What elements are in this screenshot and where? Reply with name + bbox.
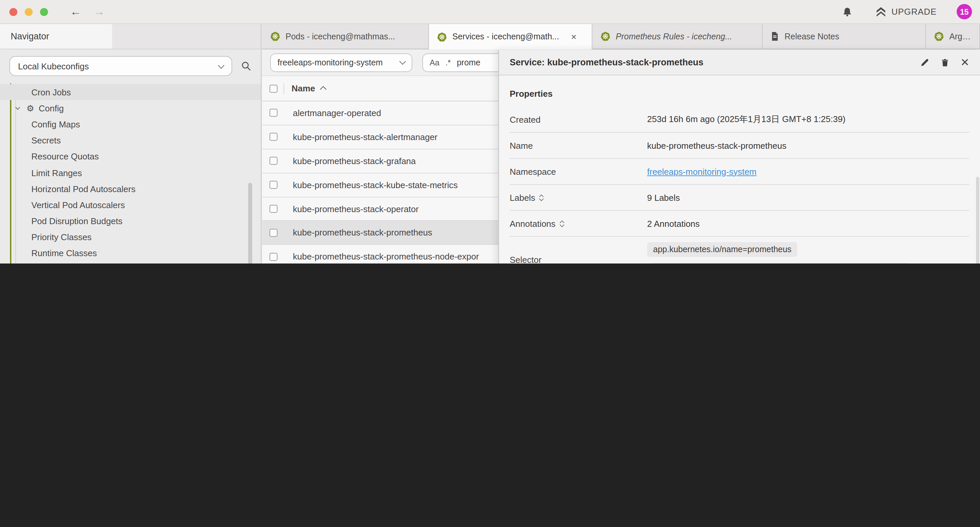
cluster-search-icon[interactable] [241, 61, 251, 72]
tab-release[interactable]: Release Notes [762, 24, 926, 49]
sidebar-item-runtime-classes[interactable]: Runtime Classes [0, 245, 261, 261]
property-values: app.kubernetes.io/name=prometheusoperato… [647, 237, 969, 263]
sidebar: Navigator Local Kubeconfigs Cron Jobs⚙Co… [0, 24, 261, 263]
row-checkbox[interactable] [269, 133, 277, 141]
tab-label: Pods - icecheng@mathmas... [286, 32, 395, 41]
kubeconfig-select[interactable]: Local Kubeconfigs [10, 56, 232, 76]
row-checkbox[interactable] [269, 229, 277, 237]
sort-toggle-icon[interactable] [560, 220, 563, 227]
row-checkbox[interactable] [269, 253, 277, 261]
sidebar-item-cron-jobs[interactable]: Cron Jobs [0, 84, 261, 100]
sidebar-item-config[interactable]: ⚙Config [0, 100, 261, 116]
forward-arrow-icon[interactable]: → [94, 6, 105, 18]
sidebar-tab-row: Navigator [0, 24, 261, 49]
drawer-scrollbar[interactable] [976, 177, 979, 263]
namespace-filter-value: freeleaps-monitoring-system [277, 58, 383, 67]
zoom-window-button[interactable] [40, 8, 48, 16]
row-checkbox[interactable] [269, 181, 277, 189]
kubeconfig-row: Local Kubeconfigs [0, 49, 261, 83]
namespace-filter-select[interactable]: freeleaps-monitoring-system [270, 53, 412, 72]
match-case-toggle[interactable]: Aa [430, 58, 439, 67]
service-name: kube-prometheus-stack-kube-state-metrics [293, 180, 458, 190]
service-name: kube-prometheus-stack-operator [293, 204, 418, 214]
sort-toggle-icon[interactable] [540, 194, 543, 201]
property-label: Selector [510, 255, 647, 263]
property-label: Labels [510, 193, 647, 202]
section-title: Properties [510, 89, 969, 99]
property-row: Created253d 16h 6m ago (2025年1月13日 GMT+8… [510, 107, 969, 133]
window-tabbar: Pods - icecheng@mathmas...Services - ice… [262, 24, 980, 49]
sidebar-item-resource-quotas[interactable]: Resource Quotas [0, 149, 261, 165]
tab-label: Release Notes [784, 32, 839, 41]
row-checkbox[interactable] [269, 157, 277, 165]
property-value-line: 2 Annotations [647, 215, 969, 231]
sidebar-item-horizontal-pod-autoscalers[interactable]: Horizontal Pod Autoscalers [0, 181, 261, 197]
tab-prometheus[interactable]: Prometheus Rules - icecheng... [592, 24, 762, 49]
notification-count-badge[interactable]: 15 [957, 4, 972, 19]
sidebar-item-label: Config [39, 103, 64, 113]
row-checkbox[interactable] [269, 109, 277, 117]
property-value-line: kube-prometheus-stack-prometheus [647, 137, 969, 153]
tab-pods[interactable]: Pods - icecheng@mathmas... [262, 24, 429, 49]
chevron-down-icon [218, 62, 224, 68]
service-name: kube-prometheus-stack-alertmanager [293, 132, 438, 142]
value-text: 9 Labels [647, 193, 680, 202]
name-column-header[interactable]: Name [291, 83, 315, 93]
minimize-window-button[interactable] [25, 8, 33, 16]
navigator-tree: Cron Jobs⚙ConfigConfig MapsSecretsResour… [0, 83, 261, 263]
sidebar-item-leases[interactable]: Leases [0, 261, 261, 263]
property-value-line: 253d 16h 6m ago (2025年1月13日 GMT+8 1:25:3… [647, 111, 969, 127]
edit-pencil-icon[interactable] [920, 58, 929, 67]
value-link[interactable]: freeleaps-monitoring-system [647, 166, 757, 177]
close-window-button[interactable] [10, 8, 18, 16]
sidebar-item-limit-ranges[interactable]: Limit Ranges [0, 165, 261, 181]
sidebar-item-priority-classes[interactable]: Priority Classes [0, 229, 261, 245]
select-all-checkbox[interactable] [269, 84, 277, 92]
delete-trash-icon[interactable] [940, 58, 949, 67]
close-icon[interactable]: ✕ [960, 56, 969, 69]
property-value-line: app.kubernetes.io/name=prometheus [647, 242, 969, 258]
upgrade-button[interactable]: UPGRADE [875, 6, 937, 18]
property-row: Namespacefreeleaps-monitoring-system [510, 159, 969, 185]
property-values: 253d 16h 6m ago (2025年1月13日 GMT+8 1:25:3… [647, 107, 969, 132]
kubernetes-icon [600, 31, 611, 41]
sidebar-item-label: Vertical Pod Autoscalers [31, 200, 125, 210]
tab-label: Services - icecheng@math... [452, 32, 559, 41]
service-name: kube-prometheus-stack-grafana [293, 156, 416, 166]
property-values: kube-prometheus-stack-prometheus [647, 133, 969, 158]
sidebar-item-label: Cron Jobs [31, 87, 71, 97]
app-window: ← → UPGRADE 15 Navigator Local Kubeconfi… [0, 0, 980, 263]
search-value: prome [457, 58, 480, 67]
property-value-line: 9 Labels [647, 189, 969, 205]
sidebar-item-vertical-pod-autoscalers[interactable]: Vertical Pod Autoscalers [0, 197, 261, 213]
sidebar-item-label: Priority Classes [31, 232, 92, 242]
double-chevron-up-icon [875, 6, 886, 18]
row-checkbox[interactable] [269, 205, 277, 213]
property-row: Labels9 Labels [510, 185, 969, 211]
chevron-down-icon [15, 105, 20, 110]
property-label: Name [510, 140, 647, 150]
sidebar-item-secrets[interactable]: Secrets [0, 132, 261, 148]
sidebar-item-pod-disruption-budgets[interactable]: Pod Disruption Budgets [0, 213, 261, 229]
back-arrow-icon[interactable]: ← [70, 6, 81, 18]
tab-services[interactable]: Services - icecheng@math...× [429, 24, 592, 49]
property-row: Selectorapp.kubernetes.io/name=prometheu… [510, 237, 969, 263]
property-label: Created [510, 115, 647, 124]
sidebar-scrollbar[interactable] [248, 183, 252, 263]
regex-toggle[interactable]: .* [445, 58, 451, 67]
notifications-bell-icon[interactable] [842, 6, 853, 17]
tab-label: Argo Se [949, 32, 971, 41]
sidebar-item-config-maps[interactable]: Config Maps [0, 116, 261, 132]
tree-chevron[interactable] [16, 107, 25, 110]
sort-ascending-icon[interactable] [320, 86, 327, 93]
drawer-header: Service: kube-prometheus-stack-prometheu… [499, 50, 980, 75]
close-tab-icon[interactable]: × [571, 31, 576, 42]
kubernetes-icon [270, 31, 280, 41]
service-name: alertmanager-operated [293, 108, 381, 118]
tab-navigator[interactable]: Navigator [0, 24, 112, 49]
header-divider [283, 83, 284, 94]
upgrade-label: UPGRADE [891, 7, 937, 17]
chevron-down-icon [399, 58, 406, 65]
sidebar-item-label: Config Maps [31, 119, 80, 129]
tab-argo[interactable]: Argo Se [926, 24, 980, 49]
